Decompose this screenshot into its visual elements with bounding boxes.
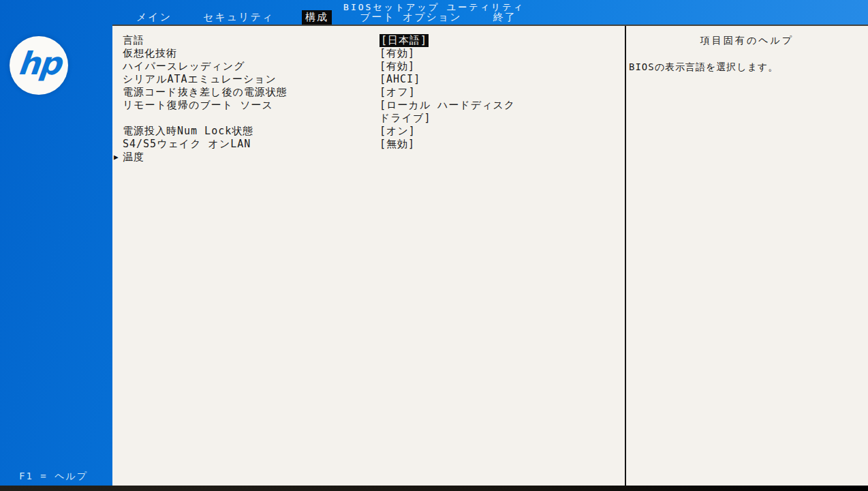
setting-row-numlock-state[interactable]: 電源投入時Num Lock状態 [オン] xyxy=(123,125,623,138)
hp-logo: hp xyxy=(10,36,68,95)
setting-value[interactable]: [無効] xyxy=(379,138,415,151)
setting-row-temperature-submenu[interactable]: ▶ 温度 xyxy=(123,151,623,164)
setting-label: シリアルATAエミュレーション xyxy=(123,73,379,86)
setting-value[interactable]: [オフ] xyxy=(379,86,416,99)
setting-value[interactable]: [有効] xyxy=(379,47,415,60)
setting-row-s4s5-wake-on-lan[interactable]: S4/S5ウェイク オンLAN [無効] xyxy=(123,138,623,151)
setting-label: 電源コード抜き差し後の電源状態 xyxy=(123,86,379,99)
content-area: 言語 [日本語] 仮想化技術 [有効] ハイパースレッディング [有効] シリア… xyxy=(112,25,868,486)
setting-label: S4/S5ウェイク オンLAN xyxy=(123,138,379,151)
setting-row-virtualization[interactable]: 仮想化技術 [有効] xyxy=(123,47,623,60)
tab-exit[interactable]: 終了 xyxy=(490,10,520,25)
setting-value[interactable]: [オン] xyxy=(379,125,416,138)
setting-label: 温度 xyxy=(123,151,379,164)
setting-value[interactable]: [AHCI] xyxy=(379,73,420,86)
help-panel: 項目固有のヘルプ BIOSの表示言語を選択します。 xyxy=(626,26,868,74)
screen-bottom-edge xyxy=(0,486,868,491)
tab-main[interactable]: メイン xyxy=(133,10,175,25)
setting-row-sata-emulation[interactable]: シリアルATAエミュレーション [AHCI] xyxy=(123,73,623,86)
panel-divider xyxy=(625,26,626,486)
setting-row-hyperthreading[interactable]: ハイパースレッディング [有効] xyxy=(123,60,623,73)
tab-configuration[interactable]: 構成 xyxy=(302,10,332,25)
hp-logo-text: hp xyxy=(16,45,62,82)
setting-value[interactable]: [有効] xyxy=(379,60,415,73)
setting-row-power-state-after-ac[interactable]: 電源コード抜き差し後の電源状態 [オフ] xyxy=(123,86,623,99)
bios-setup-screen: BIOSセットアップ ユーティリティ メイン セキュリティ 構成 ブート オプシ… xyxy=(0,0,868,491)
menu-bar: メイン セキュリティ 構成 ブート オプション 終了 xyxy=(133,10,520,25)
setting-label: ハイパースレッディング xyxy=(123,60,379,73)
setting-row-language[interactable]: 言語 [日本語] xyxy=(123,34,623,47)
submenu-arrow-icon: ▶ xyxy=(114,151,119,164)
help-text: BIOSの表示言語を選択します。 xyxy=(626,61,868,74)
tab-security[interactable]: セキュリティ xyxy=(200,10,277,25)
setting-label: 言語 xyxy=(123,34,379,47)
help-title: 項目固有のヘルプ xyxy=(626,35,868,47)
f1-help-hint: F1 = ヘルプ xyxy=(19,471,88,483)
setting-label: 電源投入時Num Lock状態 xyxy=(123,125,379,138)
tab-boot-options[interactable]: ブート オプション xyxy=(356,10,465,25)
setting-label: 仮想化技術 xyxy=(123,47,379,60)
setting-label: リモート復帰のブート ソース xyxy=(123,99,379,125)
setting-value-selected[interactable]: [日本語] xyxy=(379,34,429,47)
setting-value[interactable]: [ローカル ハードディスク ドライブ] xyxy=(379,99,515,125)
settings-list: 言語 [日本語] 仮想化技術 [有効] ハイパースレッディング [有効] シリア… xyxy=(112,26,623,164)
setting-row-remote-wake-boot-source[interactable]: リモート復帰のブート ソース [ローカル ハードディスク ドライブ] xyxy=(123,99,623,125)
